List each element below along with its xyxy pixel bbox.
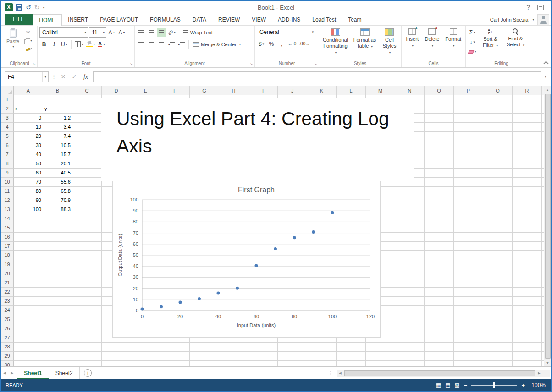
cell-P28[interactable]: [454, 343, 483, 352]
row-header-8[interactable]: 8: [1, 159, 14, 169]
cell-P5[interactable]: [454, 132, 483, 141]
cell-R30[interactable]: [513, 361, 542, 366]
cell-P29[interactable]: [454, 352, 483, 361]
page-break-preview-icon[interactable]: ▧: [454, 382, 459, 388]
cell-B6[interactable]: 10.5: [43, 141, 72, 150]
customize-qat-icon[interactable]: ▾: [43, 5, 44, 10]
cell-O4[interactable]: [425, 123, 454, 132]
cell-A17[interactable]: [14, 242, 43, 251]
cell-Q13[interactable]: [483, 205, 513, 214]
cell-A10[interactable]: 70: [14, 178, 43, 187]
format-painter-button[interactable]: [23, 45, 33, 54]
sheet-tab-sheet1[interactable]: Sheet1: [17, 367, 49, 379]
cell-R21[interactable]: [513, 278, 542, 288]
cell-N26[interactable]: [395, 324, 425, 333]
cell-B1[interactable]: [43, 95, 72, 104]
cell-O25[interactable]: [425, 315, 454, 324]
cell-G30[interactable]: [190, 361, 219, 366]
cell-O21[interactable]: [425, 278, 454, 288]
sort-filter-button[interactable]: AZ↓ Sort & Filter ▾: [479, 27, 502, 49]
cell-P16[interactable]: [454, 233, 483, 242]
cell-C5[interactable]: [72, 132, 102, 141]
ribbon-tab-formulas[interactable]: FORMULAS: [144, 14, 187, 25]
cell-C10[interactable]: [72, 178, 102, 187]
cell-O5[interactable]: [425, 132, 454, 141]
cell-R20[interactable]: [513, 269, 542, 278]
cell-Q30[interactable]: [483, 361, 513, 366]
row-header-6[interactable]: 6: [1, 141, 14, 150]
cell-R27[interactable]: [513, 333, 542, 343]
row-header-20[interactable]: 20: [1, 269, 14, 278]
merge-center-button[interactable]: Merge & Center▾: [191, 39, 242, 49]
insert-cells-button[interactable]: + Insert ▾: [403, 27, 421, 49]
row-header-29[interactable]: 29: [1, 352, 14, 361]
cell-Q24[interactable]: [483, 306, 513, 315]
column-header-n[interactable]: N: [395, 86, 425, 95]
cell-Q22[interactable]: [483, 288, 513, 297]
column-header-p[interactable]: P: [454, 86, 483, 95]
align-left-button[interactable]: [137, 40, 146, 49]
cell-B26[interactable]: [43, 324, 72, 333]
ribbon-tab-add-ins[interactable]: ADD-INS: [272, 14, 306, 25]
font-color-button[interactable]: A▾: [97, 40, 106, 49]
cell-O11[interactable]: [425, 187, 454, 196]
cell-R6[interactable]: [513, 141, 542, 150]
cell-C22[interactable]: [72, 288, 102, 297]
cell-P24[interactable]: [454, 306, 483, 315]
cell-P1[interactable]: [454, 95, 483, 104]
cell-P26[interactable]: [454, 324, 483, 333]
cell-A28[interactable]: [14, 343, 43, 352]
cell-M30[interactable]: [366, 361, 395, 366]
column-header-m[interactable]: M: [366, 86, 395, 95]
cell-C29[interactable]: [72, 352, 102, 361]
scroll-left-icon[interactable]: ◀: [337, 371, 344, 375]
cancel-button[interactable]: ✕: [59, 73, 67, 80]
cell-O8[interactable]: [425, 159, 454, 169]
copy-button[interactable]: ▾: [23, 37, 33, 45]
cell-O30[interactable]: [425, 361, 454, 366]
number-dialog-launcher[interactable]: ↘: [314, 63, 317, 66]
ribbon-tab-review[interactable]: REVIEW: [212, 14, 246, 25]
cell-O28[interactable]: [425, 343, 454, 352]
zoom-out-button[interactable]: −: [464, 382, 468, 389]
cell-R26[interactable]: [513, 324, 542, 333]
ribbon-tab-home[interactable]: HOME: [33, 14, 62, 26]
user-avatar[interactable]: [537, 14, 549, 25]
row-header-15[interactable]: 15: [1, 223, 14, 233]
select-all-corner[interactable]: [1, 86, 14, 95]
cell-B29[interactable]: [43, 352, 72, 361]
cell-C15[interactable]: [72, 223, 102, 233]
cell-R25[interactable]: [513, 315, 542, 324]
zoom-in-button[interactable]: +: [521, 382, 525, 389]
column-header-f[interactable]: F: [160, 86, 190, 95]
row-header-12[interactable]: 12: [1, 196, 14, 205]
cell-B16[interactable]: [43, 233, 72, 242]
normal-view-icon[interactable]: ▦: [436, 382, 441, 388]
cell-O26[interactable]: [425, 324, 454, 333]
cell-A7[interactable]: 40: [14, 150, 43, 159]
cell-P13[interactable]: [454, 205, 483, 214]
column-header-k[interactable]: K: [307, 86, 337, 95]
cell-P4[interactable]: [454, 123, 483, 132]
cell-J29[interactable]: [278, 352, 307, 361]
column-header-g[interactable]: G: [190, 86, 219, 95]
cell-P30[interactable]: [454, 361, 483, 366]
signed-in-user[interactable]: Carl John Spezia: [490, 17, 529, 22]
cell-Q4[interactable]: [483, 123, 513, 132]
top-align-button[interactable]: [137, 28, 146, 37]
cell-H29[interactable]: [219, 352, 248, 361]
orientation-button[interactable]: ab▾: [167, 28, 177, 37]
cell-B23[interactable]: [43, 297, 72, 306]
cell-K29[interactable]: [307, 352, 337, 361]
row-header-24[interactable]: 24: [1, 306, 14, 315]
cell-A18[interactable]: [14, 251, 43, 260]
page-layout-view-icon[interactable]: ▤: [445, 382, 450, 388]
cell-N28[interactable]: [395, 343, 425, 352]
cell-C28[interactable]: [72, 343, 102, 352]
cell-A30[interactable]: [14, 361, 43, 366]
user-dropdown-icon[interactable]: ▾: [532, 18, 534, 22]
font-dialog-launcher[interactable]: ↘: [130, 63, 133, 66]
scroll-right-icon[interactable]: ▶: [535, 371, 543, 375]
row-header-27[interactable]: 27: [1, 333, 14, 343]
cell-N20[interactable]: [395, 269, 425, 278]
